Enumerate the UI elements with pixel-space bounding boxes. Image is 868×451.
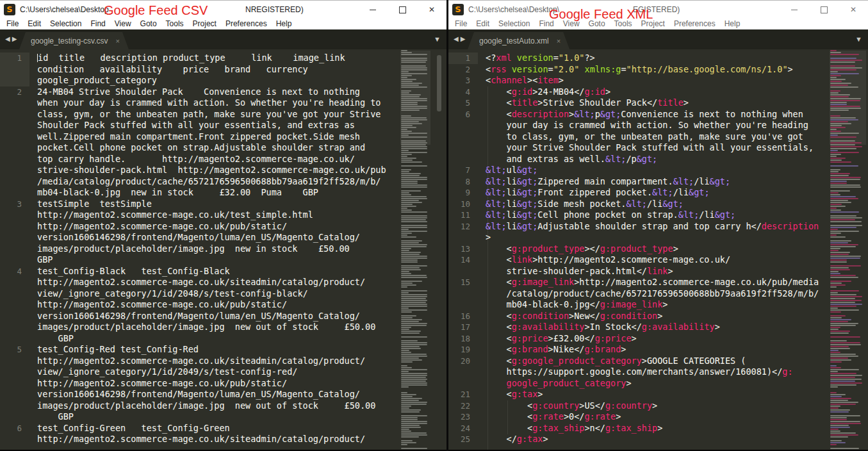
- code-row[interactable]: http://magento2.scommerce-mage.co.uk/sit…: [0, 277, 446, 288]
- code-row[interactable]: 5 <title>Strive Shoulder Pack</title>: [448, 97, 868, 109]
- code-row[interactable]: /catalog/product/cache/6572176596500688b…: [448, 288, 868, 300]
- tab-close-icon[interactable]: ×: [557, 37, 561, 45]
- maximize-button[interactable]: [388, 1, 417, 19]
- code-row[interactable]: 13 <g:product_type></g:product_type>: [448, 243, 868, 255]
- code-row[interactable]: Shoulder Pack stuffed with all your esse…: [0, 120, 446, 131]
- scrollbar[interactable]: [430, 49, 446, 450]
- code-row[interactable]: 21 <g:tax>: [448, 389, 868, 400]
- code-row[interactable]: when your day is crammed with action. So…: [0, 97, 446, 109]
- minimap[interactable]: [400, 49, 430, 450]
- code-row[interactable]: GBP: [0, 411, 446, 423]
- code-row[interactable]: version1606146298/frontend/Magento/luma/…: [0, 232, 446, 243]
- code-row[interactable]: pocket.Cell phone pocket on strap.Adjust…: [0, 142, 446, 154]
- code-row[interactable]: 1<?xml version="1.0"?>: [448, 53, 868, 64]
- code-row[interactable]: 22 <g:country>US</g:country>: [448, 400, 868, 412]
- code-row[interactable]: 8&lt;li&gt;Zippered main compartment.&lt…: [448, 176, 868, 188]
- code-row[interactable]: top carry handle. http://magento2.scomme…: [0, 154, 446, 165]
- menu-edit[interactable]: Edit: [23, 19, 45, 28]
- code-row[interactable]: version1606146298/frontend/Magento/luma/…: [0, 311, 446, 322]
- code-row[interactable]: view/_ignore_category/1/id/2049/s/test-c…: [0, 366, 446, 378]
- code-row[interactable]: view/_ignore_category/1/id/2048/s/test-c…: [0, 288, 446, 300]
- code-row[interactable]: 17 <g:availability>In Stock</g:availabil…: [448, 322, 868, 333]
- code-row[interactable]: and extras as well.&lt;/p&gt;: [448, 154, 868, 165]
- code-row[interactable]: 25 </g:tax>: [448, 434, 868, 445]
- code-row[interactable]: 1id title description product_type link …: [0, 53, 446, 64]
- tab-nav-left-icon[interactable]: ◀: [5, 35, 12, 42]
- code-row[interactable]: your Strive Shoulder Pack stuffed with a…: [448, 142, 868, 154]
- menu-selection[interactable]: Selection: [494, 19, 534, 28]
- code-row[interactable]: well.Zippered main compartment.Front zip…: [0, 131, 446, 143]
- code-row[interactable]: 11&lt;li&gt;Cell phone pocket on strap.&…: [448, 209, 868, 221]
- code-row[interactable]: images/product/placeholder/image.jpg new…: [0, 243, 446, 255]
- code-row[interactable]: >: [448, 232, 868, 243]
- tab-nav-arrows[interactable]: ◀▶: [5, 35, 19, 42]
- code-row[interactable]: http://magento2.scommerce-mage.co.uk/pub…: [0, 378, 446, 390]
- minimize-button[interactable]: [358, 1, 388, 19]
- tab-nav-left-icon[interactable]: ◀: [454, 35, 461, 42]
- menu-goto[interactable]: Goto: [136, 19, 161, 28]
- menu-file[interactable]: File: [450, 19, 471, 28]
- tab-overflow-icon[interactable]: ▼: [855, 35, 862, 43]
- editor-csv[interactable]: 1id title description product_type link …: [0, 49, 446, 450]
- code-row[interactable]: strive-shoulder-pack.html http://magento…: [0, 165, 446, 176]
- code-row[interactable]: class, gym, or the unbeaten path, make s…: [0, 109, 446, 120]
- code-row[interactable]: mb04-black-0.jpg</g:image_link>: [448, 299, 868, 311]
- menu-edit[interactable]: Edit: [471, 19, 494, 28]
- tab-google-testing-csv[interactable]: google_testing-csv.csv ×: [19, 32, 129, 49]
- menu-preferences[interactable]: Preferences: [221, 19, 272, 28]
- code-row[interactable]: 5test_Config-Red test_Config-Red: [0, 344, 446, 356]
- code-row[interactable]: 6test_Config-Green test_Config-Green: [0, 423, 446, 434]
- menu-file[interactable]: File: [2, 19, 23, 28]
- code-row[interactable]: 24 <g:tax_ship>n</g:tax_ship>: [448, 423, 868, 434]
- titlebar[interactable]: S C:\Users\chelsea\Desktop\ EGISTERED) G…: [448, 0, 868, 18]
- titlebar[interactable]: S C:\Users\chelsea\Desktop NREGISTERED) …: [0, 0, 446, 18]
- code-row[interactable]: your day is crammed with action. So whet…: [448, 120, 868, 131]
- scrollbar-thumb[interactable]: [437, 55, 441, 111]
- tab-close-icon[interactable]: ×: [116, 37, 120, 45]
- code-row[interactable]: 4 <g:id>24-MB04</g:id>: [448, 86, 868, 98]
- tab-nav-right-icon[interactable]: ▶: [461, 35, 468, 42]
- close-button[interactable]: ✕: [839, 1, 868, 19]
- code-row[interactable]: 10&lt;li&gt;Side mesh pocket.&lt;/li&gt;: [448, 199, 868, 210]
- menu-find[interactable]: Find: [86, 19, 110, 28]
- menu-view[interactable]: View: [110, 19, 136, 28]
- code-row[interactable]: 14 <link>http://magento2.scommerce-mage.…: [448, 254, 868, 266]
- code-row[interactable]: 20 <g:google_product_category>GOOGLE CAT…: [448, 356, 868, 367]
- menu-project[interactable]: Project: [188, 19, 221, 28]
- code-row[interactable]: 18 <g:price>£32.00</g:price>: [448, 333, 868, 345]
- code-row[interactable]: http://magento2.scommerce-mage.co.uk/sit…: [0, 434, 446, 445]
- code-row[interactable]: http://magento2.scommerce-mage.co.uk/pub…: [0, 221, 446, 233]
- code-row[interactable]: http://magento2.scommerce-mage.co.uk/pub…: [0, 299, 446, 311]
- code-row[interactable]: 3testSimple testSimple: [0, 199, 446, 210]
- code-row[interactable]: 6 <description>&lt;p&gt;Convenience is n…: [448, 109, 868, 120]
- code-row[interactable]: 23 <g:rate>0</g:rate>: [448, 411, 868, 423]
- menu-help[interactable]: Help: [272, 19, 297, 28]
- code-row[interactable]: 9&lt;li&gt;Front zippered pocket.&lt;/li…: [448, 187, 868, 199]
- menu-tools[interactable]: Tools: [161, 19, 188, 28]
- code-row[interactable]: condition availability price brand curre…: [0, 64, 446, 76]
- tab-overflow-icon[interactable]: ▼: [434, 35, 441, 43]
- code-row[interactable]: 2<rss version="2.0" xmlns:g="http://base…: [448, 64, 868, 76]
- minimize-button[interactable]: [780, 1, 809, 19]
- code-row[interactable]: /media/catalog/product/cache/65721765965…: [0, 176, 446, 188]
- code-row[interactable]: google_product_category>: [448, 378, 868, 390]
- code-row[interactable]: https://support.google.com/merchants/ans…: [448, 366, 868, 378]
- code-row[interactable]: 3<channel><item>: [448, 75, 868, 86]
- maximize-button[interactable]: [809, 1, 839, 19]
- tab-nav-right-icon[interactable]: ▶: [12, 35, 19, 42]
- close-button[interactable]: ✕: [417, 1, 446, 19]
- minimap[interactable]: [830, 49, 866, 450]
- code-row[interactable]: to class, gym, or the unbeaten path, mak…: [448, 131, 868, 143]
- code-row[interactable]: 224-MB04 Strive Shoulder Pack Convenienc…: [0, 86, 446, 98]
- code-row[interactable]: 15 <g:image_link>http://magento2.scommer…: [448, 277, 868, 288]
- tab-google-testauto-xml[interactable]: google_testAuto.xml ×: [468, 32, 569, 49]
- code-row[interactable]: 19 <g:brand>Nike</g:brand>: [448, 344, 868, 356]
- code-row[interactable]: GBP: [0, 333, 446, 345]
- menu-selection[interactable]: Selection: [45, 19, 86, 28]
- tab-nav-arrows[interactable]: ◀▶: [454, 35, 467, 42]
- code-row[interactable]: images/product/placeholder/image.jpg new…: [0, 400, 446, 412]
- menu-help[interactable]: Help: [720, 19, 745, 28]
- menu-preferences[interactable]: Preferences: [669, 19, 720, 28]
- code-row[interactable]: 7&lt;ul&gt;: [448, 165, 868, 176]
- code-row[interactable]: 12&lt;li&gt;Adjustable shoulder strap an…: [448, 221, 868, 233]
